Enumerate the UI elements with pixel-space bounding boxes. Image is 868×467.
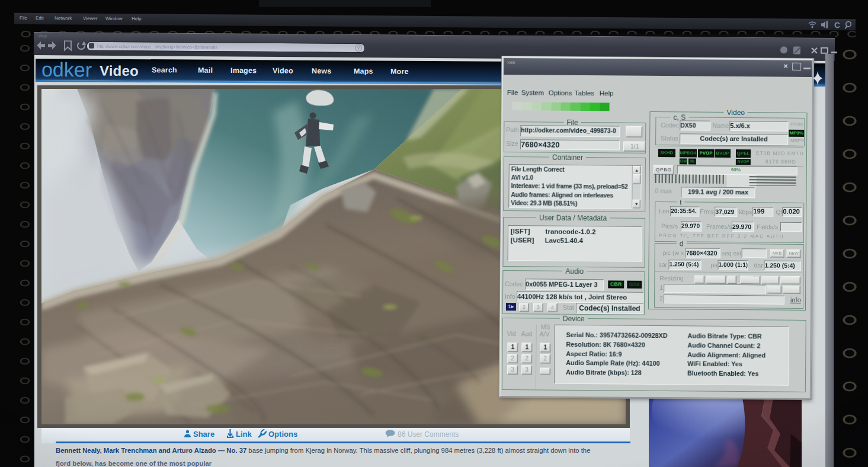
svg-text:C: C bbox=[834, 21, 840, 30]
